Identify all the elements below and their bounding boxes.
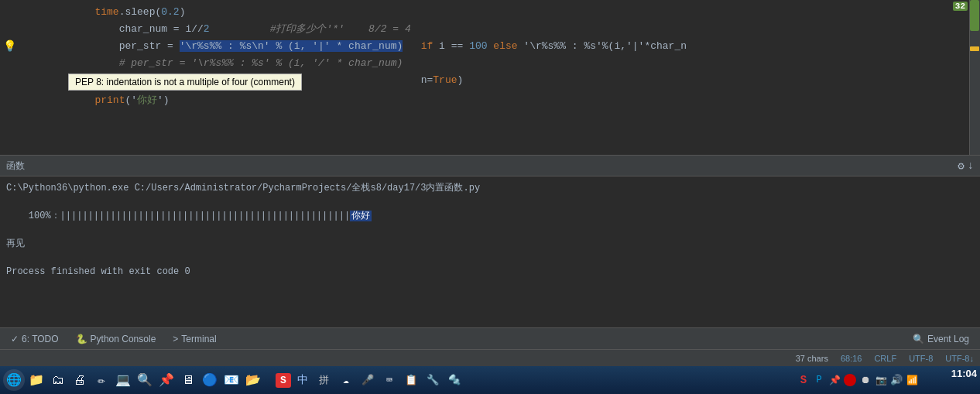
bottom-tabs-bar: ✓ 6: TODO 🐍 Python Console > Terminal 🔍 …: [0, 327, 980, 349]
windows-taskbar: 🌐 📁 🗂 🖨 ✏ 💻 🔍 📌 🖥 🔵 📧 📂 S 中 拼 ☁ 🎤 ⌨ 📋 🔧 …: [0, 366, 980, 394]
tray-volume[interactable]: 🔊: [890, 374, 903, 386]
console-output-2: 再见: [6, 237, 974, 251]
console-output-3: [6, 251, 974, 265]
todo-icon: ✓: [11, 334, 19, 344]
status-bar: 37 chars 68:16 CRLF UTF-8 UTF-8↓: [0, 349, 980, 366]
taskbar-icon-files[interactable]: 📂: [243, 370, 263, 390]
console-run-cmd: C:\Python36\python.exe C:/Users/Administ…: [6, 181, 974, 195]
taskbar-icon-folder2[interactable]: 🗂: [48, 370, 68, 390]
code-area: time.sleep(0.2) char_num = i//2 #打印多少个'*…: [0, 0, 980, 155]
taskbar-icon-search2[interactable]: 🔍: [135, 370, 155, 390]
taskbar-icon-pen[interactable]: ✏: [91, 370, 111, 390]
sougou-logo[interactable]: S: [276, 373, 291, 388]
taskbar-icon-printer[interactable]: 🖨: [70, 370, 90, 390]
tray-pycharm[interactable]: P: [813, 374, 825, 386]
status-line-sep[interactable]: CRLF: [874, 354, 896, 363]
taskbar-icon-globe[interactable]: 🌐: [3, 369, 25, 391]
status-chars: 37 chars: [796, 354, 828, 363]
status-position[interactable]: 68:16: [841, 354, 862, 363]
toolbar-left: 函数: [6, 159, 25, 173]
taskbar-icon-monitor[interactable]: 🖥: [178, 370, 198, 390]
tray-sougou[interactable]: S: [797, 374, 810, 386]
tab-python-console[interactable]: 🐍 Python Console: [68, 331, 164, 348]
pep8-tooltip: PEP 8: indentation is not a multiple of …: [68, 74, 302, 91]
sougou-pinyin[interactable]: 拼: [314, 370, 334, 390]
tab-terminal-label: Terminal: [181, 334, 216, 344]
sougou-clipboard[interactable]: 📋: [401, 370, 421, 390]
status-encoding[interactable]: UTF-8: [909, 354, 933, 363]
tab-terminal[interactable]: > Terminal: [165, 331, 224, 348]
settings-icon[interactable]: ⚙: [958, 159, 964, 173]
toolbar-right[interactable]: ⚙ ↓: [958, 159, 974, 173]
sougou-keyboard[interactable]: ⌨: [379, 370, 399, 390]
taskbar-icon-folder1[interactable]: 📁: [26, 370, 46, 390]
sougou-chinese[interactable]: 中: [293, 370, 313, 390]
tab-todo-label: 6: TODO: [22, 334, 59, 344]
scrollbar-marker: [970, 46, 979, 51]
sougou-mic[interactable]: 🎤: [358, 370, 378, 390]
bulb-icon: 💡: [3, 39, 16, 53]
toolbar-label: 函数: [6, 159, 25, 173]
tab-todo[interactable]: ✓ 6: TODO: [3, 331, 67, 348]
code-editor[interactable]: time.sleep(0.2) char_num = i//2 #打印多少个'*…: [0, 0, 980, 155]
code-line-6: print('你好'): [0, 91, 980, 108]
console-panel: C:\Python36\python.exe C:/Users/Administ…: [0, 176, 980, 327]
sougou-tools[interactable]: 🔧: [423, 370, 443, 390]
panel-toolbar: 函数 ⚙ ↓: [0, 155, 980, 176]
tray-pin[interactable]: 📌: [828, 374, 841, 386]
console-finish-line: Process finished with exit code 0: [6, 265, 974, 279]
tray-network[interactable]: 📶: [906, 374, 918, 386]
event-log-label: Event Log: [927, 334, 969, 344]
status-bom[interactable]: UTF-8↓: [945, 354, 974, 363]
tray-record[interactable]: ⏺: [859, 374, 872, 386]
sougou-ime-bar: S 中 拼 ☁ 🎤 ⌨ 📋 🔧 🔩: [271, 369, 469, 391]
system-tray: S P 📌 ⏺ 📷 🔊 📶: [797, 374, 918, 386]
tray-red-circle[interactable]: [844, 374, 856, 386]
console-output-1: 100%：|||||||||||||||||||||||||||||||||||…: [6, 195, 974, 237]
search-icon: 🔍: [913, 334, 924, 344]
editor-scrollbar[interactable]: [969, 0, 980, 155]
scroll-line-indicator: 32: [953, 2, 968, 11]
download-icon[interactable]: ↓: [968, 159, 974, 172]
taskbar-icon-pin[interactable]: 📌: [156, 370, 176, 390]
taskbar-icon-computer[interactable]: 💻: [113, 370, 133, 390]
tab-event-log[interactable]: 🔍 Event Log: [905, 331, 977, 348]
tab-python-console-label: Python Console: [91, 334, 156, 344]
clock-display: 11:04: [951, 368, 977, 379]
console-highlight-text: 你好: [350, 211, 372, 221]
python-icon: 🐍: [76, 334, 87, 344]
clock-time: 11:04: [951, 368, 977, 379]
sougou-cloud[interactable]: ☁: [336, 370, 356, 390]
taskbar-icon-email[interactable]: 📧: [221, 370, 242, 390]
taskbar-icon-pycharm[interactable]: 🔵: [200, 370, 220, 390]
terminal-icon: >: [173, 334, 178, 344]
tray-camera[interactable]: 📷: [875, 374, 887, 386]
tab-right-area: 🔍 Event Log: [905, 331, 977, 348]
sougou-wrench[interactable]: 🔩: [444, 370, 464, 390]
scrollbar-thumb[interactable]: [970, 0, 979, 31]
